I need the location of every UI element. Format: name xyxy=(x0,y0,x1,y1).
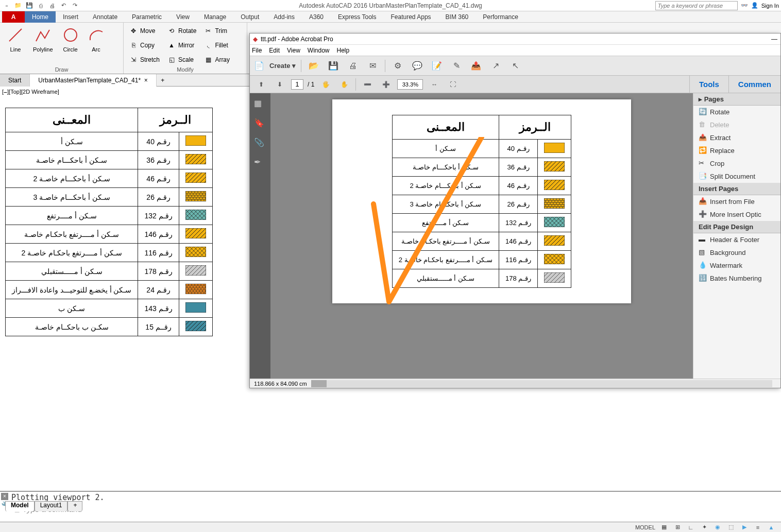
tab-view[interactable]: View xyxy=(169,11,197,23)
polyline-button[interactable]: Polyline xyxy=(30,24,56,54)
line-button[interactable]: Line xyxy=(4,24,27,54)
menu-file[interactable]: File xyxy=(252,47,262,54)
tab-parametric[interactable]: Parametric xyxy=(125,11,169,23)
zoom-input[interactable] xyxy=(397,79,423,90)
dyn-icon[interactable]: ▶ xyxy=(740,523,749,531)
menu-edit[interactable]: Edit xyxy=(269,47,280,54)
file-tab-doc[interactable]: UrbanMasterPlanTemplate_CAD_41* × xyxy=(30,74,156,87)
attachments-icon[interactable]: 📎 xyxy=(254,138,266,150)
copy-button[interactable]: ⎘Copy xyxy=(129,39,160,52)
horizontal-scrollbar[interactable] xyxy=(311,380,327,387)
snap-icon[interactable]: ⊞ xyxy=(673,523,682,531)
array-button[interactable]: ▦Array xyxy=(203,54,230,66)
layout1-tab[interactable]: Layout1 xyxy=(35,501,68,511)
anno-icon[interactable]: ▲ xyxy=(767,523,776,531)
cursor-icon[interactable]: ↖ xyxy=(508,59,522,73)
replace-item[interactable]: 🔁Replace xyxy=(693,144,780,157)
split-item[interactable]: 📑Split Document xyxy=(693,170,780,183)
arc-button[interactable]: Arc xyxy=(85,24,108,54)
comment-icon[interactable]: 💬 xyxy=(410,59,425,73)
create-button[interactable]: Create ▾ xyxy=(269,62,296,70)
note-icon[interactable]: 📝 xyxy=(430,59,444,73)
hand-icon[interactable]: ✋ xyxy=(337,77,351,92)
tab-insert[interactable]: Insert xyxy=(56,11,86,23)
comment-tab[interactable]: Commen xyxy=(728,76,780,93)
menu-view[interactable]: View xyxy=(287,47,300,54)
zoom-out-icon[interactable]: ➖ xyxy=(360,77,375,92)
app-button[interactable]: A xyxy=(2,11,25,23)
lwt-icon[interactable]: ≡ xyxy=(753,523,762,531)
saveas-icon[interactable]: ⎙ xyxy=(36,1,45,10)
tab-featured[interactable]: Featured Apps xyxy=(384,11,438,23)
fit-width-icon[interactable]: ↔ xyxy=(427,77,442,92)
tab-manage[interactable]: Manage xyxy=(197,11,233,23)
crop-item[interactable]: ✂Crop xyxy=(693,157,780,170)
extract-item[interactable]: 📤Extract xyxy=(693,131,780,144)
save-icon[interactable]: 💾 xyxy=(326,59,341,73)
bates-item[interactable]: 🔢Bates Numbering xyxy=(693,272,780,285)
zoom-in-icon[interactable]: ➕ xyxy=(379,77,393,92)
tab-annotate[interactable]: Annotate xyxy=(86,11,125,23)
tab-addins[interactable]: Add-ins xyxy=(266,11,302,23)
ortho-icon[interactable]: ∟ xyxy=(686,523,695,531)
insert-file-item[interactable]: 📥Insert from File xyxy=(693,195,780,208)
polar-icon[interactable]: ✦ xyxy=(700,523,709,531)
signatures-icon[interactable]: ✒ xyxy=(254,157,266,169)
redo-icon[interactable]: ↷ xyxy=(70,1,79,10)
email-icon[interactable]: ✉ xyxy=(365,59,380,73)
bookmarks-icon[interactable]: 🔖 xyxy=(254,118,266,130)
thumbnails-icon[interactable]: ▦ xyxy=(254,98,266,111)
minimize-button[interactable]: — xyxy=(771,36,777,43)
rotate-button[interactable]: ⟲Rotate xyxy=(167,25,196,37)
tools-tab[interactable]: Tools xyxy=(689,76,728,93)
grid-icon[interactable]: ▦ xyxy=(659,523,669,531)
mirror-button[interactable]: ▲Mirror xyxy=(167,39,196,52)
fillet-button[interactable]: ◟Fillet xyxy=(203,39,230,52)
view-controls[interactable]: [‒][Top][2D Wireframe] xyxy=(0,87,249,97)
acrobat-page-view[interactable]: المعــنىالــرمز سـكن أرقـم 40سـكن أ باحك… xyxy=(270,93,693,379)
pages-header[interactable]: ▸ Pages xyxy=(693,93,780,106)
tab-output[interactable]: Output xyxy=(233,11,266,23)
undo-icon[interactable]: ↶ xyxy=(59,1,68,10)
arrow-icon[interactable]: ↗ xyxy=(488,59,503,73)
fit-page-icon[interactable]: ⛶ xyxy=(446,77,460,92)
gear-icon[interactable]: ⚙ xyxy=(390,59,405,73)
header-footer-item[interactable]: ▬Header & Footer xyxy=(693,233,780,246)
more-insert-item[interactable]: ➕More Insert Optic xyxy=(693,208,780,221)
open-icon[interactable]: 📂 xyxy=(307,59,321,73)
scale-button[interactable]: ◱Scale xyxy=(167,54,196,66)
signin-link[interactable]: Sign In xyxy=(761,3,779,9)
stretch-button[interactable]: ⇲Stretch xyxy=(129,54,160,66)
cmdline-close[interactable]: × xyxy=(1,493,8,500)
file-tab-start[interactable]: Start xyxy=(0,74,30,87)
print-icon[interactable]: 🖨 xyxy=(346,59,360,73)
page-down-icon[interactable]: ⬇ xyxy=(273,77,287,92)
trim-button[interactable]: ✂Trim xyxy=(203,25,230,37)
tab-home[interactable]: Home xyxy=(25,11,56,23)
page-number-input[interactable] xyxy=(291,79,303,90)
rotate-item[interactable]: 🔄Rotate xyxy=(693,106,780,118)
menu-window[interactable]: Window xyxy=(308,47,330,54)
tab-bim360[interactable]: BIM 360 xyxy=(438,11,476,23)
save-icon[interactable]: 💾 xyxy=(25,1,34,10)
drawing-viewport[interactable]: [‒][Top][2D Wireframe] المعــنىالــرمز س… xyxy=(0,87,249,406)
plot-icon[interactable]: 🖨 xyxy=(47,1,57,10)
command-input-row[interactable]: ▸_ Type a command xyxy=(0,504,781,513)
3dosnap-icon[interactable]: ⬚ xyxy=(726,523,736,531)
move-button[interactable]: ✥Move xyxy=(129,25,160,37)
circle-button[interactable]: Circle xyxy=(59,24,82,54)
model-tab[interactable]: Model xyxy=(5,501,35,511)
modelspace-label[interactable]: MODEL xyxy=(635,524,655,530)
menu-help[interactable]: Help xyxy=(337,47,350,54)
new-tab-button[interactable]: + xyxy=(157,77,169,84)
delete-item[interactable]: 🗑Delete xyxy=(693,118,780,131)
user-icon[interactable]: 👤 xyxy=(751,2,758,9)
tab-express[interactable]: Express Tools xyxy=(331,11,383,23)
create-pdf-icon[interactable]: 📄 xyxy=(254,61,264,71)
add-layout-tab[interactable]: + xyxy=(67,501,82,511)
watermark-item[interactable]: 💧Watermark xyxy=(693,259,780,272)
osnap-icon[interactable]: ◉ xyxy=(713,523,722,531)
background-item[interactable]: ▧Background xyxy=(693,246,780,259)
info-icon[interactable]: 👓 xyxy=(741,2,748,9)
new-icon[interactable]: ▫ xyxy=(2,1,11,10)
